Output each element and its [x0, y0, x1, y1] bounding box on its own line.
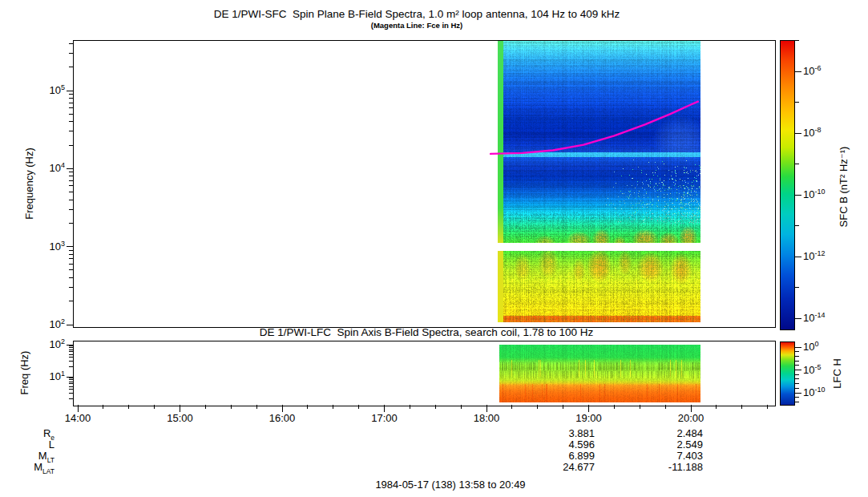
sfc-y-minor-tick: [69, 176, 73, 176]
x-tick-label: 20:00: [663, 412, 719, 424]
sfc-cbar-tick-label: 10-12: [803, 249, 825, 262]
pwi-spectra-figure: DE 1/PWI-SFC Spin Plane B-Field Spectra,…: [0, 0, 868, 497]
x-major-tick: [486, 405, 487, 412]
lfc-y-minor-tick: [69, 361, 73, 362]
x-minor-tick: [461, 405, 462, 409]
lfc-y-minor-tick: [69, 357, 73, 358]
lfc-y-minor-tick: [69, 345, 73, 346]
sfc-cbar-tick-label: 10-6: [803, 64, 821, 77]
x-minor-tick: [103, 405, 103, 409]
lfc-colorbar-label: LFC H: [831, 358, 843, 389]
ephemeris-value: 6.899: [507, 450, 595, 462]
x-minor-tick: [435, 405, 436, 409]
sfc-y-minor-tick: [69, 200, 73, 200]
sfc-y-tick: [67, 325, 73, 325]
sfc-cbar-minor-tick: [795, 102, 799, 103]
ephemeris-value: 7.403: [615, 450, 703, 462]
sfc-y-tick-label: 105: [21, 83, 65, 96]
x-minor-tick: [716, 405, 717, 409]
x-major-tick: [384, 405, 385, 412]
lfc-cbar-minor-tick: [795, 365, 799, 366]
sfc-y-minor-tick: [69, 145, 73, 146]
sfc-y-tick-label: 102: [21, 317, 65, 330]
x-major-tick: [78, 405, 79, 412]
x-tick-label: 16:00: [254, 412, 310, 424]
sfc-cbar-tick-label: 10-10: [803, 188, 825, 200]
sfc-y-minor-tick: [69, 121, 73, 122]
sfc-y-minor-tick: [69, 103, 73, 103]
sfc-y-minor-tick: [69, 98, 73, 99]
ephemeris-row-label: L: [5, 438, 55, 451]
x-tick-label: 18:00: [458, 412, 515, 424]
x-minor-tick: [741, 405, 742, 409]
figure-subtitle: (Magenta Line: Fce in Hz): [66, 21, 768, 30]
lfc-cbar-minor-tick: [795, 356, 799, 357]
lfc-y-minor-tick: [69, 398, 73, 399]
lfc-y-tick-label: 101: [21, 370, 65, 382]
sfc-y-minor-tick: [69, 180, 73, 181]
x-minor-tick: [205, 405, 206, 409]
sfc-y-tick: [67, 246, 73, 247]
lfc-cbar-tick-label: 10-10: [803, 386, 825, 398]
date-range-caption: 1984-05-17 (138) 13:58 to 20:49: [99, 479, 801, 491]
lfc-cbar-tick: [795, 347, 801, 348]
sfc-y-minor-tick: [69, 287, 73, 288]
ephemeris-value: 4.596: [507, 438, 595, 451]
x-minor-tick: [511, 405, 512, 409]
x-minor-tick: [256, 405, 257, 409]
lfc-y-minor-tick: [69, 351, 73, 352]
sfc-cbar-minor-tick: [795, 40, 799, 41]
sfc-cbar-tick: [795, 195, 801, 196]
x-major-tick: [282, 405, 283, 412]
sfc-y-minor-tick: [69, 94, 73, 95]
x-minor-tick: [154, 405, 155, 409]
lfc-colorbar: [780, 341, 795, 406]
lfc-cbar-tick-label: 100: [803, 340, 818, 353]
lfc-cbar-minor-tick: [795, 397, 799, 398]
sfc-spectrogram-canvas: [489, 41, 700, 326]
sfc-cbar-minor-tick: [795, 225, 799, 226]
sfc-y-minor-tick: [69, 264, 73, 265]
ephemeris-value: 3.881: [507, 427, 595, 439]
lfc-cbar-minor-tick: [795, 388, 799, 389]
sfc-y-minor-tick: [69, 53, 73, 54]
lfc-cbar-minor-tick: [795, 402, 799, 402]
lfc-y-minor-tick: [69, 350, 73, 350]
lfc-y-minor-tick: [69, 354, 73, 355]
sfc-y-minor-tick: [69, 131, 73, 131]
ephemeris-row-label: MLAT: [5, 461, 55, 475]
sfc-y-minor-tick: [69, 223, 73, 224]
sfc-cbar-tick: [795, 71, 801, 72]
sfc-colorbar-label: SFC B (nT² Hz⁻¹): [838, 147, 850, 228]
figure-title: DE 1/PWI-SFC Spin Plane B-Field Spectra,…: [66, 8, 768, 20]
x-tick-label: 14:00: [50, 412, 106, 424]
lfc-cbar-tick: [795, 370, 801, 370]
sfc-y-minor-tick: [69, 250, 73, 251]
x-minor-tick: [410, 405, 410, 409]
sfc-cbar-tick: [795, 257, 801, 257]
lfc-cbar-minor-tick: [795, 378, 799, 379]
ephemeris-value: -11.188: [615, 461, 703, 473]
x-tick-label: 17:00: [357, 412, 413, 424]
sfc-y-axis-label: Frequency (Hz): [23, 147, 35, 220]
lfc-cbar-minor-tick: [795, 361, 799, 362]
lfc-y-minor-tick: [69, 366, 73, 367]
sfc-y-minor-tick: [69, 254, 73, 255]
sfc-cbar-tick: [795, 133, 801, 134]
ephemeris-value: 2.549: [615, 438, 703, 451]
lfc-y-minor-tick: [69, 383, 73, 384]
lfc-cbar-tick-label: 10-5: [803, 363, 821, 376]
x-minor-tick: [665, 405, 666, 409]
x-minor-tick: [614, 405, 615, 409]
sfc-y-minor-tick: [69, 269, 73, 270]
sfc-y-minor-tick: [69, 209, 73, 210]
sfc-cbar-minor-tick: [795, 164, 799, 164]
x-minor-tick: [231, 405, 232, 409]
sfc-cbar-tick: [795, 318, 801, 319]
sfc-y-minor-tick: [69, 172, 73, 172]
sfc-y-tick-label: 104: [21, 161, 65, 174]
lfc-y-tick-label: 102: [21, 337, 65, 350]
x-minor-tick: [128, 405, 129, 409]
lfc-y-minor-tick: [69, 347, 73, 348]
sfc-y-minor-tick: [69, 107, 73, 108]
